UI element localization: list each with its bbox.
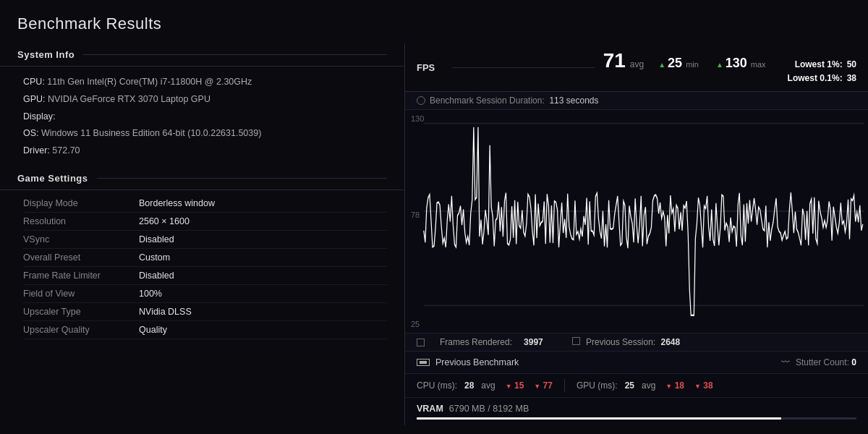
setting-value: Quality xyxy=(139,325,167,335)
cpu-label: CPU: xyxy=(23,77,45,87)
frames-rendered-label: Frames Rendered: xyxy=(440,337,512,347)
settings-table: Display ModeBorderless windowResolution2… xyxy=(0,190,404,344)
lowest-1-label: Lowest 1%: xyxy=(795,59,843,69)
gpu-avg-value: 25 xyxy=(625,380,634,391)
clock-icon xyxy=(417,96,425,105)
gpu-label: GPU: xyxy=(23,94,46,104)
stutter-count-label: Stutter Count: xyxy=(796,357,849,367)
fps-lowest-stats: Lowest 1%:50 Lowest 0.1%:38 xyxy=(783,58,856,85)
setting-row: VSyncDisabled xyxy=(23,231,387,249)
fps-section-label: FPS xyxy=(417,62,435,73)
cpu-avg-value: 28 xyxy=(464,380,474,391)
vram-progress-bar xyxy=(417,417,856,420)
page-title: Benchmark Results xyxy=(0,0,868,43)
driver-value: 572.70 xyxy=(52,145,80,156)
lowest-01-value: 38 xyxy=(847,73,856,83)
os-value: Windows 11 Business Edition 64-bit (10.0… xyxy=(41,128,261,138)
left-panel: System Info CPU: 11th Gen Intel(R) Core(… xyxy=(0,43,405,425)
prev-session-checkbox xyxy=(572,337,580,345)
session-duration-value: 113 seconds xyxy=(549,95,598,106)
fps-min-arrow: ▲ xyxy=(658,61,665,69)
lowest-01-label: Lowest 0.1%: xyxy=(788,73,843,83)
fps-min-label: min xyxy=(686,60,699,69)
setting-value: Disabled xyxy=(139,234,174,244)
fps-avg-label: avg xyxy=(630,59,644,69)
setting-row: Display ModeBorderless window xyxy=(23,195,387,213)
gpu-avg-label: avg xyxy=(642,380,655,391)
setting-row: Field of View100% xyxy=(23,285,387,303)
os-label: OS: xyxy=(23,128,39,138)
stutter-count-value: 0 xyxy=(851,357,856,367)
frames-checkbox xyxy=(417,339,425,346)
gpu-min-value: 18 xyxy=(675,380,684,391)
frames-rendered-value: 3997 xyxy=(524,337,543,347)
system-info-content: CPU: 11th Gen Intel(R) Core(TM) i7-11800… xyxy=(0,67,404,167)
fps-max-value: 130 xyxy=(726,56,747,71)
fps-avg: 71 xyxy=(603,49,626,72)
fps-stats: 71 avg ▲ 25 min ▲ 130 max Lowest 1%:50 L… xyxy=(603,49,856,85)
setting-value: Borderless window xyxy=(139,198,215,208)
gpu-max-value: 38 xyxy=(703,380,712,391)
setting-name: Overall Preset xyxy=(23,252,139,263)
setting-row: Resolution2560 × 1600 xyxy=(23,213,387,231)
cpu-min-arrow: ▼ xyxy=(506,383,512,390)
right-panel: FPS 71 avg ▲ 25 min ▲ 130 max Lowest 1%:… xyxy=(405,43,868,425)
setting-name: VSync xyxy=(23,234,139,244)
setting-row: Overall PresetCustom xyxy=(23,249,387,267)
stutter-icon: 〰 xyxy=(781,357,790,367)
prev-session-value: 2648 xyxy=(660,337,680,347)
cpu-ms-label: CPU (ms): xyxy=(417,380,457,391)
stutter-count: 〰 Stutter Count: 0 xyxy=(781,357,856,367)
prev-benchmark-label: Previous Benchmark xyxy=(435,357,519,367)
prev-benchmark-bar: Previous Benchmark 〰 Stutter Count: 0 xyxy=(405,352,868,374)
fps-min-item: ▲ 25 min xyxy=(658,56,699,71)
gpu-ms-label: GPU (ms): xyxy=(576,380,618,391)
setting-row: Upscaler TypeNVidia DLSS xyxy=(23,303,387,321)
setting-row: Frame Rate LimiterDisabled xyxy=(23,267,387,285)
fps-max-arrow: ▲ xyxy=(716,61,723,69)
prev-session-label: Previous Session: xyxy=(586,337,655,347)
cpu-avg-label: avg xyxy=(481,380,495,391)
gpu-max-arrow: ▼ xyxy=(694,383,701,390)
display-label: Display: xyxy=(23,111,55,122)
setting-name: Resolution xyxy=(23,216,139,226)
setting-value: Disabled xyxy=(139,271,174,281)
gpu-value: NVIDIA GeForce RTX 3070 Laptop GPU xyxy=(48,94,210,104)
setting-value: 100% xyxy=(139,289,162,299)
cpu-gpu-divider xyxy=(564,379,565,392)
session-bar: Benchmark Session Duration: 113 seconds xyxy=(405,92,868,110)
cpu-min-value: 15 xyxy=(514,380,524,391)
setting-row: Upscaler QualityQuality xyxy=(23,321,387,339)
setting-name: Frame Rate Limiter xyxy=(23,271,139,281)
fps-max-item: ▲ 130 max xyxy=(716,56,766,71)
cpu-gpu-bar: CPU (ms): 28 avg ▼ 15 ▼ 77 GPU (ms): 25 … xyxy=(405,374,868,398)
fps-min-value: 25 xyxy=(668,56,682,71)
setting-name: Display Mode xyxy=(23,198,139,208)
setting-name: Upscaler Quality xyxy=(23,325,139,335)
chart-container: 130 78 25 xyxy=(405,110,868,333)
vram-label-row: VRAM 6790 MB / 8192 MB xyxy=(417,404,856,414)
fps-max-label: max xyxy=(751,60,766,69)
setting-value: NVidia DLSS xyxy=(139,307,192,317)
cpu-value: 11th Gen Intel(R) Core(TM) i7-11800H @ 2… xyxy=(47,77,252,87)
lowest-1-value: 50 xyxy=(847,59,856,69)
driver-label: Driver: xyxy=(23,145,50,156)
game-settings-header: Game Settings xyxy=(0,167,404,190)
setting-value: 2560 × 1600 xyxy=(139,216,190,226)
prev-benchmark-icon xyxy=(417,359,430,366)
vram-used: 6790 MB / 8192 MB xyxy=(449,404,529,414)
vram-progress-fill xyxy=(417,417,781,420)
frames-bar: Frames Rendered: 3997 Previous Session: … xyxy=(405,333,868,352)
fps-chart xyxy=(405,110,868,333)
cpu-max-value: 77 xyxy=(543,380,553,391)
gpu-min-arrow: ▼ xyxy=(665,383,672,390)
setting-name: Upscaler Type xyxy=(23,307,139,317)
cpu-max-arrow: ▼ xyxy=(534,383,540,390)
session-duration-label: Benchmark Session Duration: xyxy=(430,95,545,106)
fps-divider xyxy=(452,67,594,68)
vram-label: VRAM xyxy=(417,404,443,414)
game-settings-section: Game Settings Display ModeBorderless win… xyxy=(0,167,404,425)
system-info-header: System Info xyxy=(0,43,404,67)
vram-bar: VRAM 6790 MB / 8192 MB xyxy=(405,398,868,425)
setting-name: Field of View xyxy=(23,289,139,299)
